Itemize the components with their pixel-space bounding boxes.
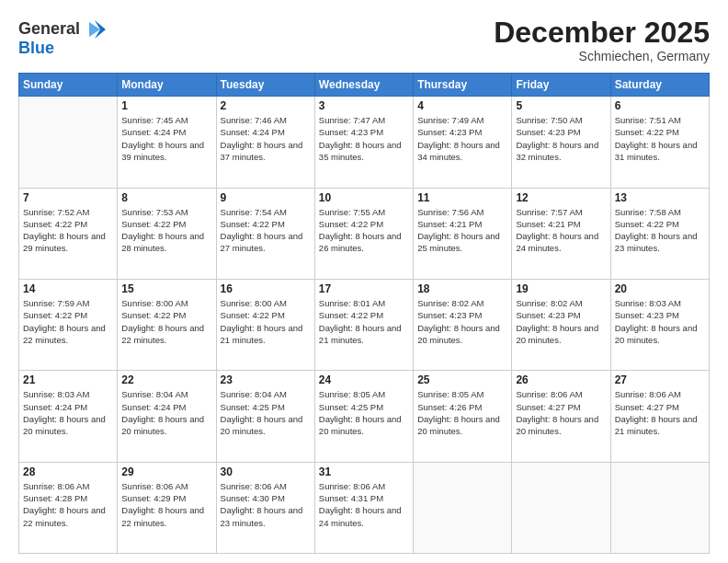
calendar-cell: [610, 462, 709, 553]
calendar-cell: 1Sunrise: 7:45 AM Sunset: 4:24 PM Daylig…: [118, 97, 216, 188]
day-info: Sunrise: 7:53 AM Sunset: 4:22 PM Dayligh…: [121, 206, 211, 255]
week-row-1: 1Sunrise: 7:45 AM Sunset: 4:24 PM Daylig…: [19, 97, 710, 188]
page: General Blue December 2025 Schmiechen, G…: [0, 0, 728, 563]
calendar-cell: 10Sunrise: 7:55 AM Sunset: 4:22 PM Dayli…: [314, 188, 413, 279]
calendar-cell: 14Sunrise: 7:59 AM Sunset: 4:22 PM Dayli…: [19, 279, 118, 370]
day-number: 20: [615, 282, 705, 295]
calendar-cell: 5Sunrise: 7:50 AM Sunset: 4:23 PM Daylig…: [512, 97, 610, 188]
day-number: 27: [615, 373, 705, 386]
day-number: 10: [319, 191, 409, 204]
day-number: 14: [23, 282, 113, 295]
calendar-cell: 12Sunrise: 7:57 AM Sunset: 4:21 PM Dayli…: [512, 188, 610, 279]
calendar-cell: 24Sunrise: 8:05 AM Sunset: 4:25 PM Dayli…: [314, 371, 413, 462]
calendar-cell: 16Sunrise: 8:00 AM Sunset: 4:22 PM Dayli…: [216, 279, 314, 370]
day-number: 11: [417, 191, 507, 204]
day-number: 30: [221, 465, 311, 478]
day-info: Sunrise: 8:03 AM Sunset: 4:24 PM Dayligh…: [23, 388, 113, 437]
calendar-cell: 13Sunrise: 7:58 AM Sunset: 4:22 PM Dayli…: [610, 188, 709, 279]
day-info: Sunrise: 8:00 AM Sunset: 4:22 PM Dayligh…: [121, 297, 211, 346]
calendar-header-sunday: Sunday: [19, 74, 118, 97]
day-number: 13: [615, 191, 705, 204]
day-info: Sunrise: 8:06 AM Sunset: 4:30 PM Dayligh…: [221, 480, 311, 529]
day-info: Sunrise: 7:54 AM Sunset: 4:22 PM Dayligh…: [221, 206, 311, 255]
day-number: 26: [516, 373, 606, 386]
calendar-cell: 2Sunrise: 7:46 AM Sunset: 4:24 PM Daylig…: [216, 97, 314, 188]
day-info: Sunrise: 7:46 AM Sunset: 4:24 PM Dayligh…: [221, 114, 311, 163]
day-info: Sunrise: 7:52 AM Sunset: 4:22 PM Dayligh…: [23, 206, 113, 255]
title-block: December 2025 Schmiechen, Germany: [494, 17, 710, 63]
calendar-cell: 23Sunrise: 8:04 AM Sunset: 4:25 PM Dayli…: [216, 371, 314, 462]
calendar-header-saturday: Saturday: [610, 74, 709, 97]
day-info: Sunrise: 7:56 AM Sunset: 4:21 PM Dayligh…: [417, 206, 507, 255]
day-number: 25: [417, 373, 507, 386]
week-row-3: 14Sunrise: 7:59 AM Sunset: 4:22 PM Dayli…: [19, 279, 710, 370]
day-info: Sunrise: 8:02 AM Sunset: 4:23 PM Dayligh…: [516, 297, 606, 346]
logo: General Blue: [18, 17, 108, 58]
day-info: Sunrise: 8:06 AM Sunset: 4:31 PM Dayligh…: [319, 480, 409, 529]
day-number: 28: [23, 465, 113, 478]
calendar-header-wednesday: Wednesday: [314, 74, 413, 97]
day-info: Sunrise: 8:02 AM Sunset: 4:23 PM Dayligh…: [417, 297, 507, 346]
calendar-cell: 9Sunrise: 7:54 AM Sunset: 4:22 PM Daylig…: [216, 188, 314, 279]
day-info: Sunrise: 7:58 AM Sunset: 4:22 PM Dayligh…: [615, 206, 705, 255]
calendar-cell: 7Sunrise: 7:52 AM Sunset: 4:22 PM Daylig…: [19, 188, 118, 279]
calendar-cell: 18Sunrise: 8:02 AM Sunset: 4:23 PM Dayli…: [414, 279, 512, 370]
day-info: Sunrise: 8:05 AM Sunset: 4:26 PM Dayligh…: [417, 388, 507, 437]
day-info: Sunrise: 8:06 AM Sunset: 4:27 PM Dayligh…: [516, 388, 606, 437]
calendar-cell: 3Sunrise: 7:47 AM Sunset: 4:23 PM Daylig…: [314, 97, 413, 188]
day-info: Sunrise: 7:49 AM Sunset: 4:23 PM Dayligh…: [417, 114, 507, 163]
day-number: 9: [221, 191, 311, 204]
day-info: Sunrise: 7:55 AM Sunset: 4:22 PM Dayligh…: [319, 206, 409, 255]
calendar-cell: 22Sunrise: 8:04 AM Sunset: 4:24 PM Dayli…: [118, 371, 216, 462]
day-info: Sunrise: 7:50 AM Sunset: 4:23 PM Dayligh…: [516, 114, 606, 163]
calendar-cell: [19, 97, 118, 188]
day-info: Sunrise: 7:57 AM Sunset: 4:21 PM Dayligh…: [516, 206, 606, 255]
day-number: 6: [615, 99, 705, 112]
day-info: Sunrise: 8:04 AM Sunset: 4:24 PM Dayligh…: [121, 388, 211, 437]
calendar-cell: 20Sunrise: 8:03 AM Sunset: 4:23 PM Dayli…: [610, 279, 709, 370]
month-title: December 2025: [494, 17, 710, 49]
calendar-header-tuesday: Tuesday: [216, 74, 314, 97]
day-info: Sunrise: 7:45 AM Sunset: 4:24 PM Dayligh…: [121, 114, 211, 163]
calendar-cell: 21Sunrise: 8:03 AM Sunset: 4:24 PM Dayli…: [19, 371, 118, 462]
calendar-cell: 28Sunrise: 8:06 AM Sunset: 4:28 PM Dayli…: [19, 462, 118, 553]
day-info: Sunrise: 7:51 AM Sunset: 4:22 PM Dayligh…: [615, 114, 705, 163]
calendar-cell: 4Sunrise: 7:49 AM Sunset: 4:23 PM Daylig…: [414, 97, 512, 188]
day-number: 12: [516, 191, 606, 204]
calendar-header-thursday: Thursday: [414, 74, 512, 97]
calendar-cell: 6Sunrise: 7:51 AM Sunset: 4:22 PM Daylig…: [610, 97, 709, 188]
day-info: Sunrise: 7:59 AM Sunset: 4:22 PM Dayligh…: [23, 297, 113, 346]
day-info: Sunrise: 8:03 AM Sunset: 4:23 PM Dayligh…: [615, 297, 705, 346]
day-number: 4: [417, 99, 507, 112]
calendar-cell: [512, 462, 610, 553]
day-info: Sunrise: 8:04 AM Sunset: 4:25 PM Dayligh…: [221, 388, 311, 437]
calendar-cell: 26Sunrise: 8:06 AM Sunset: 4:27 PM Dayli…: [512, 371, 610, 462]
calendar-header-monday: Monday: [118, 74, 216, 97]
calendar-cell: 19Sunrise: 8:02 AM Sunset: 4:23 PM Dayli…: [512, 279, 610, 370]
calendar-cell: 30Sunrise: 8:06 AM Sunset: 4:30 PM Dayli…: [216, 462, 314, 553]
day-number: 22: [121, 373, 211, 386]
day-number: 2: [221, 99, 311, 112]
logo-general-text: General: [18, 19, 80, 38]
day-number: 3: [319, 99, 409, 112]
day-number: 24: [319, 373, 409, 386]
day-number: 31: [319, 465, 409, 478]
calendar-cell: 8Sunrise: 7:53 AM Sunset: 4:22 PM Daylig…: [118, 188, 216, 279]
week-row-2: 7Sunrise: 7:52 AM Sunset: 4:22 PM Daylig…: [19, 188, 710, 279]
calendar-header-friday: Friday: [512, 74, 610, 97]
calendar-cell: 25Sunrise: 8:05 AM Sunset: 4:26 PM Dayli…: [414, 371, 512, 462]
calendar-cell: 29Sunrise: 8:06 AM Sunset: 4:29 PM Dayli…: [118, 462, 216, 553]
calendar-cell: 31Sunrise: 8:06 AM Sunset: 4:31 PM Dayli…: [314, 462, 413, 553]
day-number: 1: [121, 99, 211, 112]
calendar-table: SundayMondayTuesdayWednesdayThursdayFrid…: [18, 73, 710, 554]
calendar-cell: 17Sunrise: 8:01 AM Sunset: 4:22 PM Dayli…: [314, 279, 413, 370]
calendar-cell: 11Sunrise: 7:56 AM Sunset: 4:21 PM Dayli…: [414, 188, 512, 279]
day-info: Sunrise: 8:06 AM Sunset: 4:27 PM Dayligh…: [615, 388, 705, 437]
day-info: Sunrise: 7:47 AM Sunset: 4:23 PM Dayligh…: [319, 114, 409, 163]
week-row-5: 28Sunrise: 8:06 AM Sunset: 4:28 PM Dayli…: [19, 462, 710, 553]
week-row-4: 21Sunrise: 8:03 AM Sunset: 4:24 PM Dayli…: [19, 371, 710, 462]
calendar-cell: 27Sunrise: 8:06 AM Sunset: 4:27 PM Dayli…: [610, 371, 709, 462]
day-info: Sunrise: 8:06 AM Sunset: 4:29 PM Dayligh…: [121, 480, 211, 529]
day-number: 8: [121, 191, 211, 204]
header: General Blue December 2025 Schmiechen, G…: [18, 17, 710, 63]
